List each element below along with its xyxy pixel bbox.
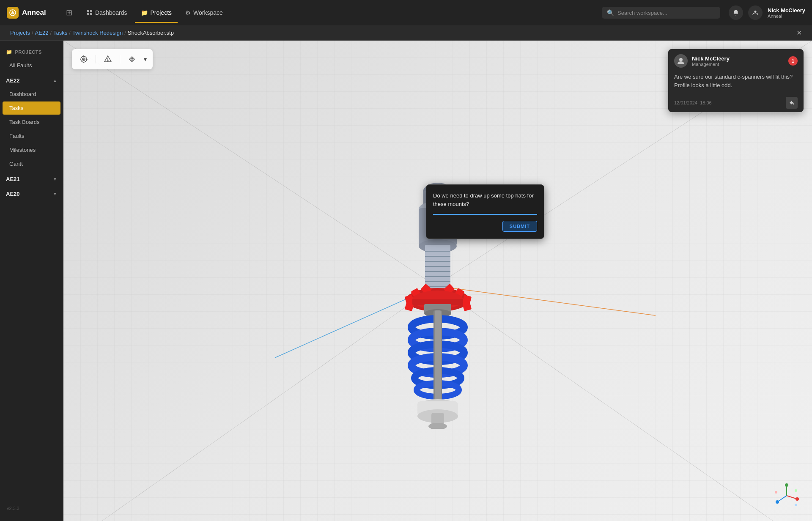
svg-point-60 — [83, 59, 84, 60]
sidebar-item-gantt[interactable]: Gantt — [3, 157, 60, 170]
svg-point-78 — [795, 504, 797, 506]
top-navigation: Anneal ⊞ Dashboards 📁 Projects ⚙ Workspa… — [0, 0, 812, 25]
version-label: v2.3.3 — [0, 501, 63, 516]
comment-reply-button[interactable] — [786, 97, 798, 109]
comment-panel: Nick McCleery Management 1 Are we sure o… — [668, 49, 804, 112]
search-bar: 🔍 — [602, 7, 720, 19]
breadcrumb-ae22[interactable]: AE22 — [35, 30, 49, 36]
breadcrumb-current: ShockAbsorber.stp — [128, 30, 174, 36]
notifications-button[interactable] — [729, 5, 743, 20]
comment-text: Are we sure our standard c-spanners will… — [674, 73, 798, 89]
svg-point-77 — [795, 489, 797, 492]
toolbar-view-button[interactable] — [126, 53, 138, 65]
comment-body: Are we sure our standard c-spanners will… — [668, 73, 804, 93]
viewer-area[interactable]: ▾ Nick McCleery Ma — [63, 41, 812, 521]
svg-point-73 — [785, 483, 788, 487]
user-info[interactable]: Nick McCleery Anneal — [768, 7, 805, 19]
sidebar-group-ae20[interactable]: AE20 ▼ — [0, 187, 63, 200]
breadcrumb-bar: Projects / AE22 / Tasks / Twinshock Rede… — [0, 25, 812, 41]
nav-item-dashboards[interactable]: Dashboards — [81, 6, 133, 20]
chevron-down-icon-ae21: ▼ — [53, 177, 57, 181]
svg-point-5 — [754, 11, 757, 13]
annotation-popup: Do we need to draw up some top hats for … — [426, 184, 544, 239]
comment-user-name: Nick McCleery — [692, 55, 730, 62]
orientation-gizmo — [774, 483, 799, 508]
comment-user-info: Nick McCleery Management — [692, 55, 730, 67]
nav-item-workspace[interactable]: ⚙ Workspace — [179, 6, 229, 19]
svg-rect-52 — [435, 310, 441, 403]
svg-point-68 — [131, 58, 133, 60]
svg-rect-3 — [87, 13, 89, 15]
svg-point-71 — [796, 497, 799, 501]
viewer-toolbar: ▾ — [72, 49, 153, 69]
main-nav: Dashboards 📁 Projects ⚙ Workspace — [81, 6, 593, 20]
logo-area[interactable]: Anneal — [7, 7, 58, 19]
user-name: Nick McCleery — [768, 7, 805, 14]
sidebar-group-ae22[interactable]: AE22 ▲ — [0, 74, 63, 87]
sidebar-item-milestones[interactable]: Milestones — [3, 143, 60, 156]
sidebar-item-tasks[interactable]: Tasks — [3, 101, 60, 115]
toolbar-dropdown[interactable]: ▾ — [144, 56, 147, 63]
folder-icon: 📁 — [6, 49, 13, 55]
nav-projects-label: Projects — [151, 9, 172, 16]
app-logo — [7, 7, 19, 19]
sidebar-item-dashboard[interactable]: Dashboard — [3, 88, 60, 101]
annotation-question: Do we need to draw up some top hats for … — [433, 192, 537, 208]
sidebar-item-all-faults[interactable]: All Faults — [3, 59, 60, 72]
nav-dashboards-label: Dashboards — [95, 9, 127, 16]
chevron-up-icon: ▲ — [53, 78, 57, 83]
dashboards-icon — [87, 9, 93, 16]
svg-point-67 — [107, 60, 108, 61]
annotation-input-line — [433, 214, 537, 215]
3d-viewport[interactable]: ▾ Nick McCleery Ma — [63, 41, 812, 521]
user-org: Anneal — [768, 14, 805, 19]
svg-point-57 — [428, 423, 447, 429]
comment-user: Nick McCleery Management — [674, 54, 730, 68]
sidebar-group-ae21[interactable]: AE21 ▼ — [0, 173, 63, 186]
svg-rect-2 — [90, 10, 92, 12]
comment-user-role: Management — [692, 62, 730, 67]
sidebar-group-ae22-label: AE22 — [6, 77, 20, 84]
sep1: / — [32, 30, 33, 36]
sidebar-group-ae21-label: AE21 — [6, 176, 20, 182]
annotation-actions: SUBMIT — [433, 221, 537, 232]
svg-rect-42 — [412, 299, 463, 305]
breadcrumb-twinshock[interactable]: Twinshock Redesign — [72, 30, 123, 36]
comment-badge: 1 — [788, 56, 798, 66]
toolbar-divider1 — [96, 55, 96, 63]
svg-point-76 — [775, 491, 777, 494]
breadcrumb: Projects / AE22 / Tasks / Twinshock Rede… — [10, 30, 174, 36]
sidebar: 📁 PROJECTS All Faults AE22 ▲ Dashboard T… — [0, 41, 63, 521]
toolbar-divider2 — [120, 55, 120, 63]
svg-point-69 — [679, 58, 683, 61]
search-input[interactable] — [617, 10, 715, 16]
projects-icon: 📁 — [141, 9, 148, 16]
main-layout: 📁 PROJECTS All Faults AE22 ▲ Dashboard T… — [0, 41, 812, 521]
chevron-down-icon-ae20: ▼ — [53, 192, 57, 196]
comment-header: Nick McCleery Management 1 — [668, 49, 804, 73]
dropdown-arrow-icon: ▾ — [144, 56, 147, 63]
sidebar-item-faults[interactable]: Faults — [3, 129, 60, 143]
workspace-icon: ⚙ — [185, 9, 191, 16]
sidebar-item-task-boards[interactable]: Task Boards — [3, 115, 60, 129]
close-button[interactable]: ✕ — [796, 29, 802, 37]
grid-toggle-icon[interactable]: ⊞ — [66, 8, 72, 17]
comment-timestamp: 12/01/2024, 18:06 — [674, 100, 712, 105]
nav-workspace-label: Workspace — [193, 9, 223, 16]
annotation-submit-button[interactable]: SUBMIT — [502, 221, 537, 232]
comment-avatar — [674, 54, 688, 68]
sep3: / — [69, 30, 71, 36]
user-icon-button[interactable] — [748, 5, 763, 20]
svg-point-75 — [776, 500, 779, 504]
comment-footer: 12/01/2024, 18:06 — [668, 93, 804, 112]
toolbar-measure-button[interactable] — [102, 53, 114, 65]
breadcrumb-projects[interactable]: Projects — [10, 30, 30, 36]
nav-item-projects[interactable]: 📁 Projects — [135, 6, 178, 19]
sep4: / — [124, 30, 126, 36]
sidebar-group-ae20-label: AE20 — [6, 191, 20, 197]
toolbar-target-button[interactable] — [78, 53, 90, 65]
sidebar-section-header: 📁 PROJECTS — [0, 46, 63, 58]
svg-rect-1 — [87, 10, 89, 12]
breadcrumb-tasks[interactable]: Tasks — [53, 30, 67, 36]
app-name: Anneal — [22, 8, 46, 17]
